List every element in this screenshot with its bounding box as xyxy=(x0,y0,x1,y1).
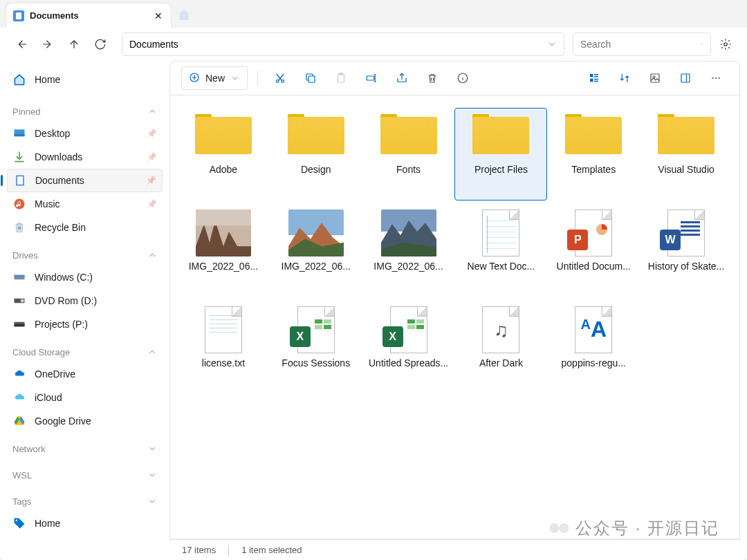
file-label: Visual Studio xyxy=(658,164,714,175)
sidebar-item-icloud[interactable]: iCloud xyxy=(7,386,163,409)
file-item[interactable]: Adobe xyxy=(177,108,270,200)
settings-button[interactable] xyxy=(714,32,737,56)
pptx-icon: P xyxy=(566,212,621,254)
text-icon xyxy=(473,212,528,254)
section-pinned-header[interactable]: Pinned xyxy=(7,101,163,122)
up-button[interactable] xyxy=(62,32,86,56)
svg-point-14 xyxy=(16,520,18,522)
sidebar-item-music[interactable]: Music 📌 xyxy=(7,192,163,216)
tab-documents[interactable]: Documents ✕ xyxy=(6,3,172,28)
section-network-header[interactable]: Network xyxy=(7,438,163,459)
rename-button[interactable] xyxy=(359,66,384,91)
image3-icon xyxy=(381,212,436,254)
address-input[interactable] xyxy=(129,39,547,50)
file-item[interactable]: XFocus Sessions xyxy=(270,301,362,394)
new-tab-button[interactable] xyxy=(176,7,192,24)
file-item[interactable]: license.txt xyxy=(177,301,270,394)
svg-rect-18 xyxy=(308,76,315,82)
image1-icon xyxy=(196,212,251,254)
file-item[interactable]: New Text Doc... xyxy=(454,205,547,297)
close-tab-button[interactable]: ✕ xyxy=(153,10,164,21)
svg-point-0 xyxy=(702,44,703,45)
svg-point-33 xyxy=(715,77,717,79)
back-button[interactable] xyxy=(10,32,33,56)
gdrive-icon xyxy=(12,414,26,428)
navbar xyxy=(0,28,747,61)
sidebar-home[interactable]: Home xyxy=(7,68,163,91)
pin-icon[interactable]: 📌 xyxy=(147,129,157,138)
file-item[interactable]: Visual Studio xyxy=(640,108,732,200)
svg-rect-5 xyxy=(17,176,23,185)
file-label: IMG_2022_06... xyxy=(282,261,351,272)
file-item[interactable]: IMG_2022_06... xyxy=(270,205,362,297)
sidebar: Home Pinned Desktop 📌 Downloads 📌 Docume… xyxy=(0,61,169,560)
sidebar-item-onedrive[interactable]: OneDrive xyxy=(7,362,163,386)
svg-rect-26 xyxy=(590,79,593,82)
file-item[interactable]: IMG_2022_06... xyxy=(362,205,455,297)
file-item[interactable]: Project Files xyxy=(454,108,547,200)
sidebar-item-downloads[interactable]: Downloads 📌 xyxy=(7,145,163,169)
watermark: 公众号 · 开源日记 xyxy=(546,517,719,539)
file-item[interactable]: AApoppins-regu... xyxy=(547,301,640,394)
preview-button[interactable] xyxy=(673,66,698,91)
statusbar: 17 items 1 item selected xyxy=(169,539,740,560)
sidebar-item-documents[interactable]: Documents 📌 xyxy=(7,169,163,192)
file-item[interactable]: WHistory of Skate... xyxy=(640,205,732,297)
audio-icon: ♫ xyxy=(473,309,528,351)
svg-point-16 xyxy=(276,80,279,83)
paste-button[interactable] xyxy=(329,66,353,91)
copy-button[interactable] xyxy=(298,66,323,91)
pin-icon[interactable]: 📌 xyxy=(146,176,156,185)
file-item[interactable]: XUntitled Spreads... xyxy=(362,301,455,394)
sidebar-item-desktop[interactable]: Desktop 📌 xyxy=(7,122,163,145)
file-label: IMG_2022_06... xyxy=(189,261,258,272)
forward-button[interactable] xyxy=(36,32,59,56)
file-item[interactable]: IMG_2022_06... xyxy=(177,205,270,297)
sort-button[interactable] xyxy=(582,66,607,91)
sidebar-item-drive-d[interactable]: DVD Rom (D:) xyxy=(7,289,163,312)
file-label: Untitled Spreads... xyxy=(369,357,448,368)
sidebar-item-drive-c[interactable]: Windows (C:) xyxy=(7,265,163,289)
new-button[interactable]: New xyxy=(181,66,248,90)
section-tags-header[interactable]: Tags xyxy=(7,491,163,512)
item-count: 17 items xyxy=(182,545,216,555)
recycle-icon xyxy=(12,221,26,234)
address-bar[interactable] xyxy=(122,32,564,56)
file-item[interactable]: Fonts xyxy=(362,108,455,200)
file-label: New Text Doc... xyxy=(468,261,535,272)
svg-rect-24 xyxy=(594,74,598,75)
file-item[interactable]: ♫After Dark xyxy=(454,301,547,394)
pin-icon[interactable]: 📌 xyxy=(147,152,157,162)
sidebar-item-gdrive[interactable]: Google Drive xyxy=(7,409,163,433)
sidebar-item-recycle-bin[interactable]: Recycle Bin xyxy=(7,216,163,239)
svg-point-32 xyxy=(712,77,713,79)
delete-button[interactable] xyxy=(420,66,445,91)
search-box[interactable] xyxy=(573,32,711,56)
sidebar-item-drive-p[interactable]: Projects (P:) xyxy=(7,312,163,336)
sidebar-item-tag-home[interactable]: Home xyxy=(7,512,163,535)
search-icon xyxy=(701,39,703,49)
view-button[interactable] xyxy=(643,66,667,91)
svg-point-17 xyxy=(282,80,284,83)
file-item[interactable]: PUntitled Docum... xyxy=(547,205,640,297)
svg-point-34 xyxy=(718,77,719,79)
pin-icon[interactable]: 📌 xyxy=(147,199,157,209)
file-grid[interactable]: AdobeDesignFontsProject FilesTemplatesVi… xyxy=(169,95,740,539)
section-drives-header[interactable]: Drives xyxy=(7,245,163,265)
file-item[interactable]: Design xyxy=(270,108,362,200)
cut-button[interactable] xyxy=(268,66,293,91)
folder-icon xyxy=(381,115,436,157)
plus-icon xyxy=(189,72,200,85)
folder-icon xyxy=(196,115,251,157)
file-item[interactable]: Templates xyxy=(547,108,640,200)
search-input[interactable] xyxy=(580,39,701,50)
more-button[interactable] xyxy=(703,66,728,91)
section-wsl-header[interactable]: WSL xyxy=(7,465,163,485)
chevron-down-icon[interactable] xyxy=(547,39,557,49)
xlsx-icon: X xyxy=(288,309,344,351)
share-button[interactable] xyxy=(389,66,414,91)
properties-button[interactable] xyxy=(450,66,475,91)
section-cloud-header[interactable]: Cloud Storage xyxy=(7,342,163,362)
refresh-button[interactable] xyxy=(89,32,112,56)
group-button[interactable] xyxy=(612,66,637,91)
